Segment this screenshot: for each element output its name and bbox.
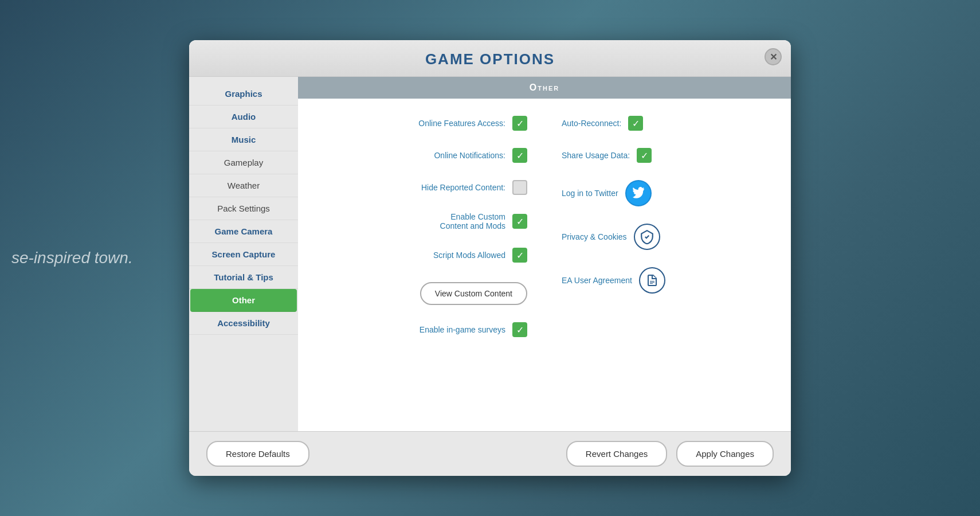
hide-reported-label: Hide Reported Content: (421, 183, 505, 192)
script-mods-label: Script Mods Allowed (433, 251, 505, 260)
auto-reconnect-row: Auto-Reconnect: ✓ (562, 116, 643, 131)
enable-surveys-row: Enable in-game surveys ✓ (420, 322, 527, 337)
apply-changes-button[interactable]: Apply Changes (676, 441, 774, 467)
revert-changes-button[interactable]: Revert Changes (566, 441, 667, 467)
content-body: Online Features Access: ✓ Online Notific… (298, 99, 791, 431)
sidebar-item-screen-capture[interactable]: Screen Capture (189, 243, 298, 266)
document-icon (645, 273, 659, 287)
content-header: Other (298, 77, 791, 99)
hide-reported-row: Hide Reported Content: (421, 180, 527, 195)
enable-surveys-label: Enable in-game surveys (420, 325, 505, 334)
privacy-cookies-button[interactable] (634, 224, 660, 250)
sidebar-item-gameplay[interactable]: Gameplay (189, 151, 298, 174)
sidebar: Graphics Audio Music Gameplay Weather Pa… (189, 77, 298, 431)
twitter-icon (632, 187, 645, 200)
modal-title: Game Options (425, 50, 555, 68)
restore-defaults-button[interactable]: Restore Defaults (206, 441, 309, 467)
sidebar-item-other[interactable]: Other (190, 289, 297, 312)
sidebar-item-weather[interactable]: Weather (189, 174, 298, 197)
log-twitter-label: Log in to Twitter (562, 189, 618, 198)
ea-user-agreement-label: EA User Agreement (562, 276, 632, 285)
ea-user-agreement-row: EA User Agreement (562, 267, 665, 294)
auto-reconnect-checkbox[interactable]: ✓ (628, 116, 643, 131)
sidebar-item-accessibility[interactable]: Accessibility (189, 312, 298, 335)
modal-header: Game Options ✕ (189, 40, 791, 77)
shield-check-icon (640, 229, 654, 244)
sidebar-item-pack-settings[interactable]: Pack Settings (189, 197, 298, 220)
right-column: Auto-Reconnect: ✓ Share Usage Data: ✓ Lo… (550, 116, 779, 414)
online-notifications-label: Online Notifications: (434, 151, 505, 160)
content-header-title: Other (530, 83, 559, 92)
hide-reported-checkbox[interactable] (512, 180, 527, 195)
share-usage-label: Share Usage Data: (562, 151, 630, 160)
share-usage-row: Share Usage Data: ✓ (562, 148, 652, 163)
script-mods-row: Script Mods Allowed ✓ (433, 248, 527, 263)
log-twitter-row: Log in to Twitter (562, 180, 652, 206)
auto-reconnect-label: Auto-Reconnect: (562, 119, 621, 128)
privacy-cookies-row: Privacy & Cookies (562, 224, 660, 250)
view-custom-content-button[interactable]: View Custom Content (420, 282, 527, 305)
sidebar-item-music[interactable]: Music (189, 128, 298, 151)
enable-custom-content-label: Enable CustomContent and Mods (440, 212, 505, 230)
content-area: Other Online Features Access: ✓ Online N… (298, 77, 791, 431)
script-mods-checkbox[interactable]: ✓ (512, 248, 527, 263)
enable-surveys-checkbox[interactable]: ✓ (512, 322, 527, 337)
modal-body: Graphics Audio Music Gameplay Weather Pa… (189, 77, 791, 431)
left-column: Online Features Access: ✓ Online Notific… (309, 116, 539, 414)
ea-user-agreement-button[interactable] (639, 267, 665, 294)
game-options-modal: Game Options ✕ Graphics Audio Music Game… (189, 40, 791, 476)
log-twitter-button[interactable] (625, 180, 652, 206)
modal-footer: Restore Defaults Revert Changes Apply Ch… (189, 431, 791, 476)
sidebar-item-graphics[interactable]: Graphics (189, 83, 298, 105)
privacy-cookies-label: Privacy & Cookies (562, 232, 627, 241)
footer-right-buttons: Revert Changes Apply Changes (566, 441, 774, 467)
online-notifications-checkbox[interactable]: ✓ (512, 148, 527, 163)
close-button[interactable]: ✕ (765, 48, 782, 65)
online-features-label: Online Features Access: (418, 119, 505, 128)
enable-custom-content-row: Enable CustomContent and Mods ✓ (440, 212, 527, 230)
sidebar-item-tutorial-tips[interactable]: Tutorial & Tips (189, 266, 298, 289)
online-features-checkbox[interactable]: ✓ (512, 116, 527, 131)
online-features-row: Online Features Access: ✓ (418, 116, 527, 131)
online-notifications-row: Online Notifications: ✓ (434, 148, 527, 163)
sidebar-item-audio[interactable]: Audio (189, 105, 298, 128)
sidebar-item-game-camera[interactable]: Game Camera (189, 220, 298, 243)
enable-custom-content-checkbox[interactable]: ✓ (512, 214, 527, 229)
share-usage-checkbox[interactable]: ✓ (637, 148, 652, 163)
